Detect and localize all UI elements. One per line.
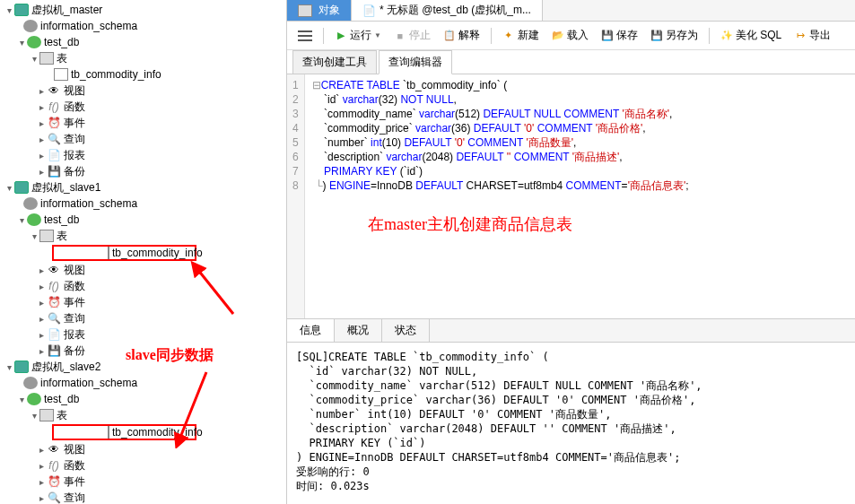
save-icon: 💾 bbox=[601, 30, 614, 42]
conn-slave2[interactable]: ▾虚拟机_slave2 bbox=[0, 359, 286, 375]
stop-button[interactable]: ■停止 bbox=[388, 25, 436, 46]
reports-folder[interactable]: ▸📄报表 bbox=[0, 147, 286, 163]
expand-icon[interactable]: ▸ bbox=[36, 167, 47, 177]
table-item-highlighted[interactable]: tb_commodity_info bbox=[52, 245, 196, 261]
line-number: 1 bbox=[292, 78, 299, 92]
line-number: 6 bbox=[292, 150, 299, 164]
expand-icon[interactable]: ▾ bbox=[16, 215, 27, 225]
expand-icon[interactable]: ▾ bbox=[4, 5, 14, 15]
queries-folder[interactable]: ▸🔍查询 bbox=[0, 490, 286, 504]
line-number: 2 bbox=[292, 92, 299, 107]
functions-folder[interactable]: ▸f()函数 bbox=[0, 278, 286, 294]
events-folder[interactable]: ▸⏰事件 bbox=[0, 474, 286, 490]
new-button[interactable]: ✦新建 bbox=[497, 25, 545, 46]
backup-folder[interactable]: ▸💾备份 bbox=[0, 163, 286, 179]
query-icon: 📄 bbox=[362, 4, 376, 17]
expand-icon[interactable]: ▾ bbox=[29, 411, 39, 421]
expand-icon[interactable]: ▸ bbox=[36, 135, 47, 144]
expand-icon[interactable]: ▸ bbox=[36, 298, 47, 308]
db-information-schema[interactable]: information_schema bbox=[0, 18, 286, 34]
expand-icon[interactable]: ▸ bbox=[36, 477, 47, 487]
db-information-schema[interactable]: information_schema bbox=[0, 196, 286, 212]
folder-label: 备份 bbox=[64, 164, 85, 179]
tab-object[interactable]: 对象 bbox=[287, 0, 352, 21]
folder-label: 表 bbox=[57, 408, 67, 423]
load-button[interactable]: 📂载入 bbox=[546, 25, 594, 46]
beautify-button[interactable]: ✨美化 SQL bbox=[715, 25, 787, 46]
expand-icon[interactable]: ▸ bbox=[36, 346, 47, 356]
queries-folder[interactable]: ▸🔍查询 bbox=[0, 131, 286, 147]
expand-icon[interactable]: ▸ bbox=[36, 282, 47, 291]
tab-query-builder[interactable]: 查询创建工具 bbox=[292, 50, 377, 74]
expand-icon[interactable]: ▸ bbox=[36, 102, 47, 112]
functions-folder[interactable]: ▸f()函数 bbox=[0, 99, 286, 115]
connection-tree[interactable]: ▾虚拟机_master information_schema ▾test_db … bbox=[0, 0, 287, 504]
expand-icon[interactable]: ▸ bbox=[36, 118, 47, 128]
events-folder[interactable]: ▸⏰事件 bbox=[0, 115, 286, 131]
database-icon bbox=[23, 197, 38, 210]
table-item-highlighted[interactable]: tb_commodity_info bbox=[52, 424, 196, 440]
save-button[interactable]: 💾保存 bbox=[596, 25, 643, 46]
separator bbox=[491, 28, 492, 44]
magic-wand-icon: ✨ bbox=[720, 30, 733, 42]
tab-status[interactable]: 状态 bbox=[382, 319, 430, 342]
event-icon: ⏰ bbox=[47, 117, 61, 129]
output-panel[interactable]: [SQL]CREATE TABLE `tb_commodity_info` ( … bbox=[287, 343, 855, 504]
tab-info[interactable]: 信息 bbox=[287, 319, 335, 342]
button-label: 载入 bbox=[567, 28, 589, 43]
table-label: tb_commodity_info bbox=[112, 247, 203, 259]
expand-icon[interactable]: ▾ bbox=[29, 54, 39, 64]
expand-icon[interactable]: ▾ bbox=[29, 231, 39, 241]
db-information-schema[interactable]: information_schema bbox=[0, 375, 286, 391]
tables-folder[interactable]: ▾表 bbox=[0, 407, 286, 423]
expand-icon[interactable]: ▸ bbox=[36, 330, 47, 340]
tab-query-editor[interactable]: 查询编辑器 bbox=[379, 50, 452, 74]
events-folder[interactable]: ▸⏰事件 bbox=[0, 294, 286, 310]
db-testdb[interactable]: ▾test_db bbox=[0, 391, 286, 407]
tables-folder[interactable]: ▾表 bbox=[0, 50, 286, 66]
sql-editor[interactable]: 1 2 3 4 5 6 7 8 ⊟CREATE TABLE `tb_commod… bbox=[287, 74, 855, 318]
db-testdb[interactable]: ▾test_db bbox=[0, 212, 286, 228]
expand-icon[interactable]: ▾ bbox=[4, 362, 14, 372]
expand-icon[interactable]: ▸ bbox=[36, 314, 47, 324]
run-button[interactable]: ▶运行▼ bbox=[329, 25, 387, 46]
views-folder[interactable]: ▸👁视图 bbox=[0, 262, 286, 278]
hamburger-icon bbox=[298, 30, 312, 41]
backup-folder[interactable]: ▸💾备份 bbox=[0, 343, 286, 359]
expand-icon[interactable]: ▸ bbox=[36, 461, 47, 471]
expand-icon[interactable]: ▸ bbox=[36, 445, 47, 455]
expand-icon[interactable]: ▾ bbox=[16, 395, 27, 404]
code-area[interactable]: ⊟CREATE TABLE `tb_commodity_info` ( `id`… bbox=[305, 74, 696, 318]
tables-folder[interactable]: ▾表 bbox=[0, 228, 286, 244]
conn-master[interactable]: ▾虚拟机_master bbox=[0, 2, 286, 18]
functions-folder[interactable]: ▸f()函数 bbox=[0, 457, 286, 474]
backup-icon: 💾 bbox=[47, 165, 61, 178]
expand-icon[interactable]: ▸ bbox=[36, 151, 47, 161]
main-panel: 对象 📄* 无标题 @test_db (虚拟机_m... ▶运行▼ ■停止 📋解… bbox=[287, 0, 855, 504]
expand-icon[interactable]: ▸ bbox=[36, 493, 47, 503]
queries-folder[interactable]: ▸🔍查询 bbox=[0, 310, 286, 326]
expand-icon[interactable]: ▾ bbox=[4, 183, 14, 193]
tab-overview[interactable]: 概况 bbox=[335, 319, 382, 342]
folder-label: 查询 bbox=[64, 132, 85, 147]
views-folder[interactable]: ▸👁视图 bbox=[0, 83, 286, 99]
menu-button[interactable] bbox=[292, 28, 318, 44]
table-label: tb_commodity_info bbox=[112, 426, 203, 439]
database-icon bbox=[27, 36, 41, 48]
folder-label: 函数 bbox=[64, 279, 85, 294]
conn-slave1[interactable]: ▾虚拟机_slave1 bbox=[0, 179, 286, 196]
expand-icon[interactable]: ▸ bbox=[36, 86, 47, 96]
db-testdb[interactable]: ▾test_db bbox=[0, 34, 286, 50]
saveas-button[interactable]: 💾另存为 bbox=[645, 25, 703, 46]
expand-icon[interactable]: ▾ bbox=[16, 38, 27, 48]
views-folder[interactable]: ▸👁视图 bbox=[0, 441, 286, 457]
tab-query[interactable]: 📄* 无标题 @test_db (虚拟机_m... bbox=[352, 0, 543, 21]
line-number: 4 bbox=[292, 121, 299, 135]
expand-icon[interactable]: ▸ bbox=[36, 265, 47, 275]
explain-button[interactable]: 📋解释 bbox=[438, 25, 485, 46]
reports-folder[interactable]: ▸📄报表 bbox=[0, 326, 286, 343]
tables-icon bbox=[39, 409, 54, 421]
export-button[interactable]: ↦导出 bbox=[789, 25, 836, 46]
table-item[interactable]: tb_commodity_info bbox=[0, 66, 286, 83]
query-icon: 🔍 bbox=[47, 491, 61, 504]
